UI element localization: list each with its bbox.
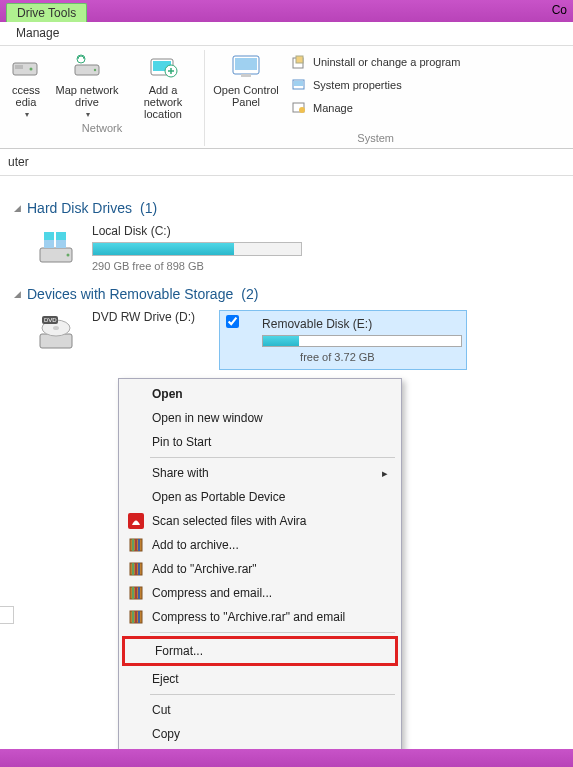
menu-open[interactable]: Open	[122, 382, 398, 406]
window-title: Co	[552, 0, 573, 17]
svg-text:DVD: DVD	[44, 317, 57, 323]
add-location-icon	[147, 50, 179, 82]
map-network-drive-button[interactable]: Map network drive ▾	[52, 50, 122, 120]
uninstall-icon	[291, 54, 307, 70]
system-group-label: System	[357, 130, 394, 146]
svg-point-17	[299, 107, 305, 113]
collapse-icon: ◢	[14, 203, 21, 213]
collapse-icon: ◢	[14, 289, 21, 299]
svg-point-26	[53, 326, 59, 330]
svg-rect-35	[132, 563, 134, 575]
menu-open-new-window[interactable]: Open in new window	[122, 406, 398, 430]
menu-add-archive[interactable]: Add to archive...	[122, 533, 398, 557]
menu-eject[interactable]: Eject	[122, 667, 398, 691]
menu-add-to-archive-rar[interactable]: Add to "Archive.rar"	[122, 557, 398, 581]
removable-disk-item[interactable]: Removable Disk (E:) free of 3.72 GB	[219, 310, 467, 370]
uninstall-program-button[interactable]: Uninstall or change a program	[291, 52, 460, 72]
svg-rect-41	[138, 587, 140, 599]
menu-scan-avira[interactable]: Scan selected files with Avira	[122, 509, 398, 533]
system-properties-button[interactable]: System properties	[291, 75, 460, 95]
svg-rect-22	[44, 240, 54, 248]
hdd-section-header[interactable]: ◢ Hard Disk Drives (1)	[14, 200, 563, 216]
network-group-label: Network	[82, 120, 122, 136]
open-control-panel-button[interactable]: Open Control Panel	[211, 50, 281, 108]
manage-icon	[291, 100, 307, 116]
svg-rect-10	[235, 58, 257, 70]
archive-icon	[127, 560, 145, 578]
svg-rect-36	[135, 563, 137, 575]
menu-cut[interactable]: Cut	[122, 698, 398, 722]
menu-open-portable[interactable]: Open as Portable Device	[122, 485, 398, 509]
avira-icon	[127, 512, 145, 530]
menu-format[interactable]: Format...	[125, 639, 395, 663]
manage-button[interactable]: Manage	[291, 98, 460, 118]
drive-tools-tab[interactable]: Drive Tools	[6, 3, 87, 22]
archive-icon	[127, 584, 145, 602]
disk-usage-bar	[92, 242, 302, 256]
svg-rect-11	[241, 74, 251, 77]
details-pane-corner	[0, 606, 14, 624]
svg-rect-45	[138, 611, 140, 623]
svg-rect-31	[132, 539, 134, 551]
media-icon	[10, 50, 42, 82]
svg-rect-44	[135, 611, 137, 623]
svg-rect-23	[56, 240, 66, 248]
local-disk-item[interactable]: Local Disk (C:) 290 GB free of 898 GB	[34, 224, 563, 272]
svg-rect-13	[296, 56, 303, 63]
svg-rect-40	[135, 587, 137, 599]
menu-share-with[interactable]: Share with▸	[122, 461, 398, 485]
svg-point-19	[67, 254, 70, 257]
control-panel-icon	[230, 50, 262, 82]
removable-usage-bar	[262, 335, 462, 347]
menu-pin-to-start[interactable]: Pin to Start	[122, 430, 398, 454]
svg-point-2	[30, 68, 33, 71]
context-menu: Open Open in new window Pin to Start Sha…	[118, 378, 402, 767]
removable-checkbox[interactable]	[226, 315, 239, 328]
svg-point-4	[94, 69, 96, 71]
status-bar	[0, 749, 573, 767]
dvd-drive-item[interactable]: DVD DVD RW Drive (D:)	[34, 310, 195, 354]
svg-rect-33	[138, 539, 140, 551]
svg-rect-37	[138, 563, 140, 575]
menu-compress-to-email[interactable]: Compress to "Archive.rar" and email	[122, 605, 398, 629]
svg-rect-43	[132, 611, 134, 623]
menu-compress-email[interactable]: Compress and email...	[122, 581, 398, 605]
access-media-button[interactable]: ccess edia ▾	[6, 50, 46, 120]
archive-icon	[127, 536, 145, 554]
hdd-icon	[34, 224, 78, 268]
removable-section-header[interactable]: ◢ Devices with Removable Storage (2)	[14, 286, 563, 302]
svg-rect-39	[132, 587, 134, 599]
network-drive-icon	[71, 50, 103, 82]
manage-tab[interactable]: Manage	[0, 22, 75, 45]
archive-icon	[127, 608, 145, 626]
add-network-location-button[interactable]: Add a network location	[128, 50, 198, 120]
chevron-down-icon: ▾	[25, 110, 29, 119]
dvd-icon: DVD	[34, 310, 78, 354]
menu-copy[interactable]: Copy	[122, 722, 398, 746]
svg-rect-32	[135, 539, 137, 551]
chevron-down-icon: ▾	[86, 110, 90, 119]
submenu-arrow-icon: ▸	[382, 467, 388, 480]
breadcrumb[interactable]: uter	[0, 149, 573, 176]
svg-rect-15	[294, 81, 303, 86]
properties-icon	[291, 77, 307, 93]
svg-rect-1	[15, 65, 23, 69]
